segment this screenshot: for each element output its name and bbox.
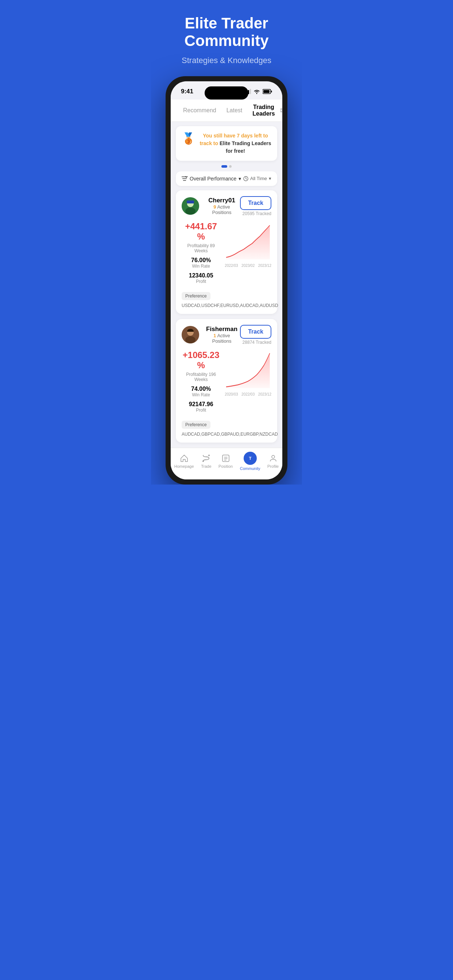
nav-community[interactable]: T Community [240,452,260,471]
svg-point-15 [185,207,196,215]
pref-pairs-fisherman: AUDCAD,GBPCAD,GBPAUD,EURGBP,NZDCAD [182,432,278,437]
promo-text: You still have 7 days left to track to E… [199,132,271,155]
stats-chart-fisherman: +1065.23 % Profitability 196 Weeks 74.00… [182,350,271,416]
hero-subtitle: Strategies & Knowledges [162,56,291,65]
chart-col-cherry01: 2022/03 2023/02 2023/12 [225,221,271,261]
track-col-cherry01: Track 20595 Tracked [240,196,271,216]
phone-shell: 9:41 [166,76,287,485]
time-filter[interactable]: All Time ▾ [243,176,271,181]
profit-value-cherry01: 12340.05 [182,272,220,279]
trader-name-col-cherry01: Cherry01 9 Active Positions [204,197,240,215]
svg-point-23 [203,460,204,462]
promo-medal-icon: 🥉 [182,132,195,145]
app-content: Recommend Latest Trading Leaders ✉ 🥉 You… [171,100,282,479]
track-col-fisherman: Track 28874 Tracked [240,325,271,345]
pagination-dots [171,165,282,168]
svg-text:T: T [249,456,251,460]
top-tabs: Recommend Latest Trading Leaders ✉ [171,100,282,122]
nav-trade-label: Trade [201,464,211,468]
clock-icon [243,176,248,181]
profit-pct-cherry01: +441.67 % [182,221,220,242]
trader-card-cherry01: Cherry01 9 Active Positions Track 20595 … [176,190,277,314]
profitability-label-cherry01: Profitability 89 Weeks [182,243,220,253]
trader-card-fisherman: Fisherman 1 Active Positions Track 28874… [176,319,277,442]
svg-point-21 [185,336,196,344]
nav-trade[interactable]: Trade [201,454,211,468]
pref-row-fisherman: Preference AUDCAD,GBPCAD,GBPAUD,EURGBP,N… [182,421,271,437]
track-button-cherry01[interactable]: Track [240,196,271,210]
dot-2 [229,165,231,168]
status-time: 9:41 [181,88,193,95]
tracked-count-fisherman: 28874 Tracked [242,340,271,345]
trade-icon [202,454,211,463]
sort-filter[interactable]: Overall Performance ▾ [182,176,241,181]
avatar-image-cherry01 [182,197,199,215]
pref-badge-cherry01: Preference [182,292,211,300]
home-icon [180,454,188,463]
profit-label-cherry01: Profit [182,279,220,284]
chart-svg-cherry01 [225,221,271,261]
win-rate-label-fisherman: Win Rate [182,392,220,398]
profit-pct-fisherman: +1065.23 % [182,350,220,371]
profit-value-fisherman: 92147.96 [182,401,220,407]
pref-pairs-cherry01: USDCAD,USDCHF,EURUSD,AUDCAD,AUDUSD [182,303,278,308]
tab-trading-leaders[interactable]: Trading Leaders [247,104,280,117]
chart-labels-cherry01: 2022/03 2023/02 2023/12 [225,264,271,267]
win-rate-cherry01: 76.00% [182,257,220,264]
battery-icon [263,89,272,94]
position-icon [222,454,230,463]
promo-text-highlight: Elite Trading Leaders for free! [220,140,271,154]
pref-badge-fisherman: Preference [182,421,211,429]
svg-rect-25 [222,455,229,461]
svg-rect-3 [250,89,251,94]
chart-labels-fisherman: 2020/03 2022/03 2023/12 [225,392,271,396]
trader-name-fisherman: Fisherman [204,326,240,333]
sort-label: Overall Performance [190,176,236,181]
hero-title: Elite Trader Community [162,14,291,50]
mail-icon[interactable]: ✉ [280,106,282,115]
dynamic-island [205,86,248,100]
hero-section: Elite Trader Community Strategies & Know… [151,0,302,485]
trader-avatar-fisherman [182,326,199,344]
svg-point-30 [272,455,274,458]
filter-row[interactable]: Overall Performance ▾ All Time ▾ [176,171,277,186]
dot-1 [222,165,227,168]
community-icon: T [247,455,254,462]
sort-icon [182,176,187,181]
profit-label-fisherman: Profit [182,407,220,413]
time-chevron: ▾ [269,176,271,181]
tab-latest[interactable]: Latest [222,107,248,114]
nav-position[interactable]: Position [219,454,233,468]
nav-profile-label: Profile [267,464,279,468]
svg-rect-6 [263,90,270,93]
nav-profile[interactable]: Profile [267,454,279,468]
trader-info-cherry01: Cherry01 9 Active Positions [182,197,240,215]
chart-svg-fisherman [225,350,271,390]
phone-inner: 9:41 [171,81,282,479]
svg-line-12 [246,179,247,180]
profitability-label-fisherman: Profitability 196 Weeks [182,372,220,382]
stats-col-fisherman: +1065.23 % Profitability 196 Weeks 74.00… [182,350,220,416]
time-label: All Time [250,176,267,181]
tracked-count-cherry01: 20595 Tracked [242,211,271,216]
win-rate-fisherman: 74.00% [182,386,220,392]
trader-info-fisherman: Fisherman 1 Active Positions [182,326,240,344]
tab-recommend[interactable]: Recommend [178,107,222,114]
promo-banner: 🥉 You still have 7 days left to track to… [176,126,277,161]
nav-position-label: Position [219,464,233,468]
trader-name-cherry01: Cherry01 [204,197,240,204]
positions-num-fisherman: 1 [214,333,216,338]
trader-name-col-fisherman: Fisherman 1 Active Positions [204,326,240,344]
chart-col-fisherman: 2020/03 2022/03 2023/12 [225,350,271,390]
community-circle: T [244,452,257,465]
svg-rect-18 [187,200,194,204]
bottom-nav: Homepage Trade [171,448,282,479]
trader-header-cherry01: Cherry01 9 Active Positions Track 20595 … [182,196,271,216]
nav-homepage[interactable]: Homepage [174,454,194,468]
avatar-image-fisherman [182,326,199,344]
pref-row-cherry01: Preference USDCAD,USDCHF,EURUSD,AUDCAD,A… [182,292,271,308]
track-button-fisherman[interactable]: Track [240,325,271,339]
status-icons [244,89,272,94]
trader-positions-cherry01: 9 Active Positions [204,204,240,215]
nav-homepage-label: Homepage [174,464,194,468]
